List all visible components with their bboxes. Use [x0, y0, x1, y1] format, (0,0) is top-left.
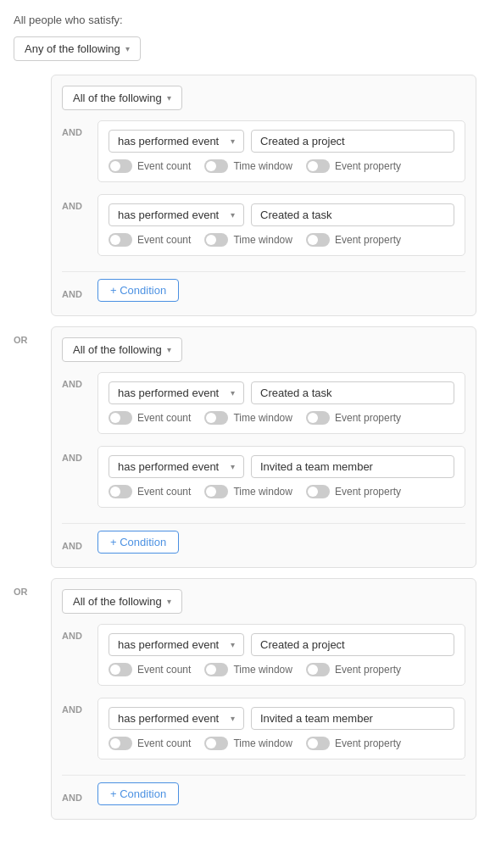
toggle-switch-g1-c2-t1[interactable] — [109, 233, 132, 247]
or-label-3: OR — [14, 578, 51, 820]
toggle-item-g3-c1-t2: Time window — [204, 663, 292, 676]
toggle-switch-g3-c1-t3[interactable] — [306, 663, 330, 676]
add-and-label-2: AND — [62, 534, 97, 551]
toggle-label-g2-c2-t1: Event count — [137, 486, 191, 498]
toggle-item-g1-c1-t1: Event count — [109, 159, 191, 173]
add-condition-button-2[interactable]: + Condition — [97, 531, 179, 554]
toggle-label-g1-c2-t3: Event property — [335, 234, 401, 246]
event-type-select-g3-c2[interactable]: has performed event▾ — [109, 707, 244, 730]
group-dropdown-label-2: All of the following — [73, 343, 162, 356]
condition-top-g2-c1: has performed event▾ — [109, 381, 454, 404]
and-label-g2-c1: AND — [62, 372, 97, 389]
add-condition-row-2: AND+ Condition — [62, 531, 465, 554]
event-name-input-g2-c1[interactable] — [251, 381, 454, 404]
chevron-down-icon: ▾ — [167, 345, 171, 354]
toggle-switch-g2-c2-t2[interactable] — [204, 485, 228, 498]
chevron-down-icon: ▾ — [231, 210, 235, 220]
toggle-label-g3-c2-t1: Event count — [137, 737, 191, 749]
group-dropdown-2[interactable]: All of the following▾ — [62, 337, 182, 362]
toggle-switch-g1-c1-t1[interactable] — [109, 159, 132, 173]
toggle-switch-g2-c1-t1[interactable] — [109, 411, 132, 425]
and-row-g2-c2: ANDhas performed event▾Event countTime w… — [62, 446, 465, 516]
or-label-1 — [14, 75, 51, 316]
toggle-item-g3-c2-t1: Event count — [109, 737, 191, 750]
condition-top-g2-c2: has performed event▾ — [109, 455, 454, 478]
event-type-select-g1-c2[interactable]: has performed event▾ — [109, 203, 244, 226]
toggle-switch-g3-c2-t2[interactable] — [204, 737, 228, 750]
and-label-g3-c2: AND — [62, 698, 97, 715]
toggle-label-g3-c2-t2: Time window — [233, 737, 292, 749]
event-name-input-g1-c2[interactable] — [251, 203, 454, 226]
add-condition-button-3[interactable]: + Condition — [97, 782, 179, 805]
group-dropdown-1[interactable]: All of the following▾ — [62, 86, 182, 110]
condition-block-g2-c2: has performed event▾Event countTime wind… — [97, 446, 465, 508]
toggle-item-g1-c1-t3: Event property — [306, 159, 401, 173]
toggle-switch-g3-c1-t2[interactable] — [204, 663, 228, 676]
group-header-3: All of the following▾ — [62, 589, 465, 614]
condition-block-g1-c1: has performed event▾Event countTime wind… — [97, 120, 465, 182]
chevron-down-icon: ▾ — [231, 462, 235, 471]
event-type-label: has performed event — [118, 460, 219, 473]
toggle-item-g2-c1-t3: Event property — [306, 411, 401, 425]
toggle-item-g2-c2-t2: Time window — [204, 485, 292, 498]
toggle-switch-g3-c1-t1[interactable] — [109, 663, 132, 676]
event-name-input-g1-c1[interactable] — [251, 130, 454, 153]
toggles-row-g1-c1: Event countTime windowEvent property — [109, 159, 454, 173]
or-group-3: ORAll of the following▾ANDhas performed … — [14, 578, 476, 820]
chevron-down-icon: ▾ — [167, 597, 171, 606]
toggle-item-g1-c1-t2: Time window — [204, 159, 292, 173]
condition-top-g3-c1: has performed event▾ — [109, 633, 454, 656]
toggle-switch-g3-c2-t3[interactable] — [306, 737, 330, 750]
or-group-inner-2: All of the following▾ANDhas performed ev… — [51, 326, 476, 568]
event-type-select-g2-c2[interactable]: has performed event▾ — [109, 455, 244, 478]
toggle-switch-g2-c2-t3[interactable] — [306, 485, 330, 498]
and-row-g2-c1: ANDhas performed event▾Event countTime w… — [62, 372, 465, 442]
group-dropdown-3[interactable]: All of the following▾ — [62, 589, 182, 614]
group-dropdown-label-3: All of the following — [73, 595, 162, 608]
condition-top-g1-c2: has performed event▾ — [109, 203, 454, 226]
toggle-item-g1-c2-t3: Event property — [306, 233, 401, 247]
toggle-label-g1-c2-t1: Event count — [137, 234, 191, 246]
event-name-input-g3-c2[interactable] — [251, 707, 454, 730]
condition-block-g1-c2: has performed event▾Event countTime wind… — [97, 194, 465, 256]
event-type-select-g3-c1[interactable]: has performed event▾ — [109, 633, 244, 656]
toggle-item-g1-c2-t2: Time window — [204, 233, 292, 247]
any-all-dropdown[interactable]: Any of the following ▾ — [14, 36, 141, 61]
toggle-label-g1-c1-t2: Time window — [233, 160, 292, 172]
and-row-g3-c2: ANDhas performed event▾Event countTime w… — [62, 698, 465, 768]
event-type-label: has performed event — [118, 638, 219, 651]
toggles-row-g2-c2: Event countTime windowEvent property — [109, 485, 454, 498]
add-condition-button-1[interactable]: + Condition — [97, 279, 179, 302]
toggle-switch-g1-c2-t2[interactable] — [204, 233, 228, 247]
toggles-row-g1-c2: Event countTime windowEvent property — [109, 233, 454, 247]
toggle-switch-g1-c1-t2[interactable] — [204, 159, 228, 173]
and-row-g1-c1: ANDhas performed event▾Event countTime w… — [62, 120, 465, 191]
toggle-item-g3-c2-t2: Time window — [204, 737, 292, 750]
toggle-switch-g1-c1-t3[interactable] — [306, 159, 330, 173]
event-name-input-g3-c1[interactable] — [251, 633, 454, 656]
toggle-item-g3-c1-t3: Event property — [306, 663, 401, 676]
toggle-label-g1-c1-t3: Event property — [335, 160, 401, 172]
and-row-g1-c2: ANDhas performed event▾Event countTime w… — [62, 194, 465, 264]
event-type-label: has performed event — [118, 209, 219, 221]
add-and-label-1: AND — [62, 282, 97, 299]
toggle-switch-g2-c1-t2[interactable] — [204, 411, 228, 425]
chevron-down-icon: ▾ — [125, 44, 130, 53]
group-dropdown-label-1: All of the following — [73, 92, 162, 104]
toggle-item-g1-c2-t1: Event count — [109, 233, 191, 247]
chevron-down-icon: ▾ — [231, 640, 235, 649]
event-type-select-g2-c1[interactable]: has performed event▾ — [109, 381, 244, 404]
condition-block-g3-c2: has performed event▾Event countTime wind… — [97, 698, 465, 760]
toggle-label-g3-c1-t2: Time window — [233, 664, 292, 676]
toggle-switch-g1-c2-t3[interactable] — [306, 233, 330, 247]
and-label-g1-c1: AND — [62, 120, 97, 137]
toggles-row-g3-c1: Event countTime windowEvent property — [109, 663, 454, 676]
toggle-switch-g2-c2-t1[interactable] — [109, 485, 132, 498]
event-name-input-g2-c2[interactable] — [251, 455, 454, 478]
toggle-switch-g3-c2-t1[interactable] — [109, 737, 132, 750]
chevron-down-icon: ▾ — [231, 136, 235, 146]
event-type-select-g1-c1[interactable]: has performed event▾ — [109, 130, 244, 153]
toggle-switch-g2-c1-t3[interactable] — [306, 411, 330, 425]
chevron-down-icon: ▾ — [231, 714, 235, 723]
page-container: All people who satisfy: Any of the follo… — [0, 0, 490, 864]
